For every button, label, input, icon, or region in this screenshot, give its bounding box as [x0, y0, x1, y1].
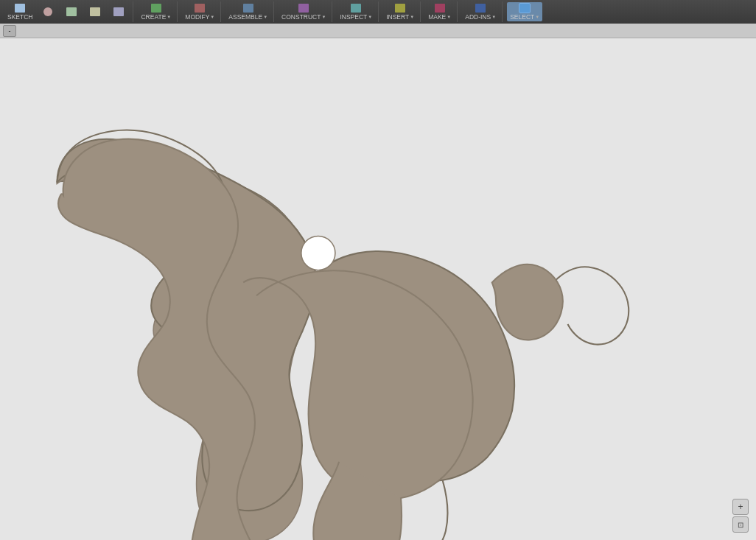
sketch-icon-4	[90, 7, 100, 16]
toolbar-group-assemble: ASSEMBLE ▼	[223, 1, 274, 22]
toolbar-btn-insert[interactable]: INSERT ▼	[383, 2, 417, 21]
insert-dropdown-arrow: ▼	[410, 15, 414, 19]
canvas-area[interactable]: + ⊡	[0, 38, 756, 540]
zoom-in-button[interactable]: +	[732, 499, 749, 515]
toolbar-group-sketch: SKETCH	[1, 1, 133, 22]
add-ins-dropdown-arrow: ▼	[491, 15, 496, 19]
assemble-label: ASSEMBLE	[228, 13, 262, 21]
toolbar-group-select: SELECT ▼	[504, 1, 545, 22]
insert-icon	[395, 4, 405, 13]
create-icon	[151, 4, 161, 13]
select-dropdown-arrow: ▼	[535, 15, 539, 19]
inspect-dropdown-arrow: ▼	[368, 15, 372, 19]
construct-dropdown-arrow: ▼	[321, 15, 326, 19]
toolbar-btn-construct[interactable]: CONSTRUCT ▼	[279, 2, 329, 21]
toolbar-btn-create[interactable]: CREATE ▼	[138, 2, 174, 21]
toolbar-group-create: CREATE ▼	[135, 1, 178, 22]
modify-icon	[195, 4, 205, 13]
make-label: MAKE	[428, 13, 446, 21]
toolbar-group-insert: INSERT ▼	[380, 1, 421, 22]
zoom-in-icon: +	[738, 502, 743, 512]
toolbar-btn-select[interactable]: SELECT ▼	[507, 2, 542, 21]
sketch-label: SKETCH	[7, 13, 32, 21]
create-label: CREATE	[141, 13, 166, 21]
select-label: SELECT	[510, 13, 534, 21]
sketch-icon	[15, 4, 25, 13]
make-dropdown-arrow: ▼	[447, 15, 451, 19]
construct-icon	[298, 4, 309, 13]
sketch-icon-5	[113, 7, 124, 16]
cat-ear-right	[492, 264, 563, 340]
inspect-label: INSPECT	[340, 13, 367, 21]
construct-label: CONSTRUCT	[281, 13, 321, 21]
inspect-icon	[351, 4, 361, 13]
sub-btn-minus-label: -	[9, 27, 11, 35]
toolbar-btn-sketch-4[interactable]	[84, 2, 106, 21]
toolbar-btn-sketch[interactable]: SKETCH	[4, 2, 35, 21]
toolbar-btn-sketch-3[interactable]	[60, 2, 83, 21]
sub-btn-minus[interactable]: -	[3, 25, 16, 37]
insert-label: INSERT	[386, 13, 409, 21]
toolbar-btn-sketch-5[interactable]	[108, 2, 130, 21]
assemble-dropdown-arrow: ▼	[263, 15, 267, 19]
modify-label: MODIFY	[185, 13, 209, 21]
cat-shape-svg	[15, 68, 722, 540]
sketch-icon-3	[66, 7, 77, 16]
toolbar-group-add-ins: ADD-INS ▼	[459, 1, 503, 22]
sub-toolbar: -	[0, 24, 756, 38]
sketch-icon-2	[43, 7, 52, 16]
assemble-icon	[243, 4, 253, 13]
nav-controls: + ⊡	[732, 499, 749, 533]
create-dropdown-arrow: ▼	[167, 15, 171, 19]
cat-hole	[301, 236, 335, 270]
add-ins-icon	[475, 4, 486, 13]
toolbar-btn-inspect[interactable]: INSPECT ▼	[337, 2, 375, 21]
modify-dropdown-arrow: ▼	[210, 15, 214, 19]
toolbar-btn-sketch-2[interactable]	[37, 2, 59, 21]
toolbar-group-construct: CONSTRUCT ▼	[276, 1, 332, 22]
toolbar-btn-assemble[interactable]: ASSEMBLE ▼	[225, 2, 270, 21]
toolbar-group-modify: MODIFY ▼	[179, 1, 221, 22]
fit-view-icon: ⊡	[738, 521, 743, 529]
fit-view-button[interactable]: ⊡	[732, 516, 749, 533]
main-toolbar: SKETCH CREATE ▼ MODIFY	[0, 0, 756, 24]
toolbar-group-make: MAKE ▼	[422, 1, 458, 22]
toolbar-btn-make[interactable]: MAKE ▼	[425, 2, 454, 21]
toolbar-group-inspect: INSPECT ▼	[334, 1, 379, 22]
toolbar-btn-modify[interactable]: MODIFY ▼	[182, 2, 217, 21]
toolbar-btn-add-ins[interactable]: ADD-INS ▼	[462, 2, 499, 21]
select-icon	[519, 4, 530, 13]
add-ins-label: ADD-INS	[465, 13, 491, 21]
make-icon	[435, 4, 445, 13]
